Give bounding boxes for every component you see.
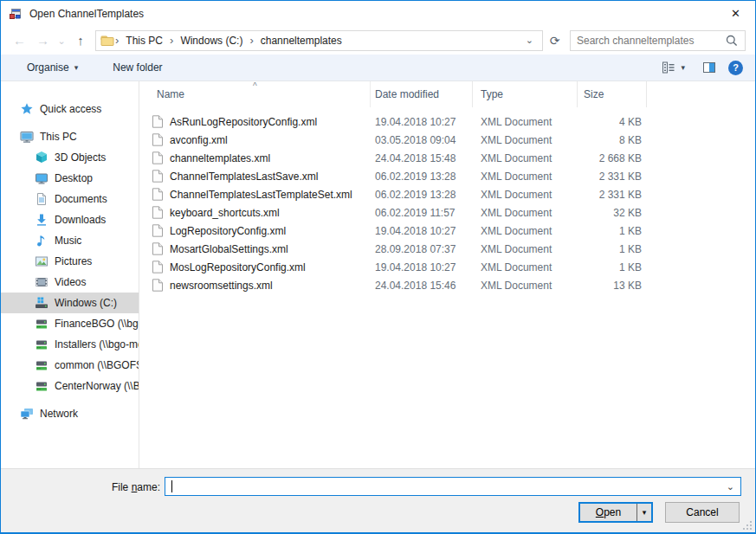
search-input[interactable] (577, 35, 725, 47)
chevron-down-icon: ▾ (74, 63, 79, 72)
address-bar[interactable]: › This PC › Windows (C:) › channeltempla… (95, 30, 543, 51)
search-icon[interactable] (725, 34, 739, 48)
page-title: Open ChannelTemplates (29, 8, 144, 20)
sidebar-item-network[interactable]: Network (1, 403, 139, 424)
file-type: XML Document (473, 134, 578, 146)
file-name: MosLogRepositoryConfig.xml (170, 261, 306, 273)
chevron-down-icon: ▾ (681, 63, 685, 72)
file-type: XML Document (473, 170, 578, 183)
help-button[interactable]: ? (728, 61, 743, 75)
file-rows: AsRunLogRepositoryConfig.xml 19.04.2018 … (139, 107, 755, 294)
file-icon (152, 261, 164, 273)
table-row[interactable]: keyboard_shortcuts.xml 06.02.2019 11:57 … (139, 203, 755, 222)
forward-button[interactable]: → (31, 30, 55, 51)
file-name: ChannelTemplatesLastSave.xml (170, 170, 318, 183)
sidebar-item-windows-c[interactable]: Windows (C:) (1, 293, 139, 313)
file-size: 4 KB (578, 116, 647, 128)
table-row[interactable]: channeltemplates.xml 24.04.2018 15:48 XM… (139, 149, 755, 167)
column-header-type[interactable]: Type (473, 81, 578, 107)
sidebar-item-documents[interactable]: Documents (1, 189, 139, 209)
file-icon (152, 279, 164, 292)
file-type: XML Document (473, 280, 578, 292)
address-dropdown-icon[interactable]: ⌄ (522, 35, 537, 46)
folder-icon (100, 34, 114, 48)
table-row[interactable]: MosartGlobalSettings.xml 28.09.2018 07:3… (139, 240, 755, 258)
column-header-date-modified[interactable]: Date modified (371, 81, 473, 107)
file-size: 2 331 KB (578, 170, 647, 183)
open-split-button: Open ▾ (578, 502, 653, 523)
file-name: keyboard_shortcuts.xml (170, 207, 280, 219)
sidebar-item-pictures[interactable]: Pictures (1, 251, 139, 272)
sidebar-item-music[interactable]: Music (1, 230, 139, 251)
column-header-row: ^ Name Date modified Type Size (139, 81, 755, 107)
table-row[interactable]: MosLogRepositoryConfig.xml 19.04.2018 10… (139, 258, 755, 276)
file-type: XML Document (473, 207, 578, 219)
file-icon (152, 224, 164, 237)
address-bar-row: ← → ⌄ ↑ › This PC › Windows (C:) › chann… (1, 26, 755, 55)
table-row[interactable]: avconfig.xml 03.05.2018 09:04 XML Docume… (139, 131, 755, 149)
cancel-button[interactable]: Cancel (665, 502, 740, 523)
table-row[interactable]: LogRepositoryConfig.xml 19.04.2018 10:27… (139, 222, 755, 240)
sidebar-item-common[interactable]: common (\\BGOFS (1, 355, 139, 376)
sidebar-item-3d-objects[interactable]: 3D Objects (1, 147, 139, 168)
text-cursor (171, 480, 172, 492)
breadcrumb-windows-c[interactable]: Windows (C:) (174, 31, 249, 50)
desktop-icon (35, 171, 48, 185)
file-size: 13 KB (578, 280, 647, 292)
navigation-pane: Quick access This PC 3D Objects Desktop … (1, 81, 139, 468)
sidebar-item-centernorway[interactable]: CenterNorway (\\BG (1, 376, 139, 396)
file-icon (152, 242, 164, 255)
views-icon (662, 61, 675, 74)
pictures-icon (35, 254, 48, 268)
recent-locations-button[interactable]: ⌄ (55, 30, 68, 51)
sidebar-item-videos[interactable]: Videos (1, 272, 139, 293)
sidebar-item-this-pc[interactable]: This PC (1, 126, 139, 147)
close-button[interactable]: ✕ (716, 1, 755, 26)
app-icon (9, 7, 23, 21)
file-type: XML Document (473, 152, 578, 164)
file-name: AsRunLogRepositoryConfig.xml (170, 116, 317, 128)
resize-grip[interactable] (742, 520, 753, 531)
file-date: 19.04.2018 10:27 (371, 116, 473, 128)
file-name-combobox[interactable]: ⌄ (165, 477, 741, 496)
up-button[interactable]: ↑ (68, 30, 93, 51)
combo-dropdown-icon[interactable]: ⌄ (727, 481, 734, 492)
open-dropdown-button[interactable]: ▾ (636, 504, 651, 521)
network-icon (20, 407, 34, 421)
table-row[interactable]: ChannelTemplatesLastSave.xml 06.02.2019 … (139, 167, 755, 185)
table-row[interactable]: AsRunLogRepositoryConfig.xml 19.04.2018 … (139, 113, 755, 131)
network-drive-icon (35, 338, 48, 351)
table-row[interactable]: ChannelTemplatesLastTemplateSet.xml 06.0… (139, 185, 755, 203)
breadcrumb-channeltemplates[interactable]: channeltemplates (255, 31, 348, 50)
file-icon (152, 115, 164, 128)
file-type: XML Document (473, 243, 578, 255)
file-date: 06.02.2019 11:57 (371, 207, 473, 219)
back-button[interactable]: ← (8, 30, 31, 51)
search-box (570, 30, 746, 51)
sidebar-item-quick-access[interactable]: Quick access (1, 99, 139, 119)
title-bar: Open ChannelTemplates ✕ (1, 1, 755, 26)
column-header-size[interactable]: Size (578, 81, 647, 107)
file-size: 1 KB (578, 261, 647, 273)
videos-icon (35, 275, 48, 289)
new-folder-button[interactable]: New folder (107, 61, 167, 74)
sidebar-item-financebgo[interactable]: FinanceBGO (\\bgo (1, 313, 139, 334)
views-button[interactable]: ▾ (656, 61, 690, 74)
file-size: 32 KB (578, 207, 647, 219)
file-date: 19.04.2018 10:27 (371, 225, 473, 237)
organise-button[interactable]: Organise ▾ (22, 61, 83, 74)
open-button[interactable]: Open (580, 504, 636, 521)
network-drive-icon (35, 358, 48, 372)
refresh-button[interactable]: ⟳ (543, 34, 566, 48)
file-size: 8 KB (578, 134, 647, 146)
sidebar-item-downloads[interactable]: Downloads (1, 209, 139, 230)
preview-pane-icon[interactable] (702, 61, 716, 74)
breadcrumb-this-pc[interactable]: This PC (120, 31, 169, 50)
sidebar-item-desktop[interactable]: Desktop (1, 168, 139, 189)
file-date: 24.04.2018 15:48 (371, 152, 473, 164)
file-size: 1 KB (578, 243, 647, 255)
dialog-body: Quick access This PC 3D Objects Desktop … (1, 81, 755, 468)
table-row[interactable]: newsroomsettings.xml 24.04.2018 15:46 XM… (139, 276, 755, 294)
music-icon (35, 234, 48, 248)
sidebar-item-installers[interactable]: Installers (\\bgo-mo (1, 334, 139, 355)
